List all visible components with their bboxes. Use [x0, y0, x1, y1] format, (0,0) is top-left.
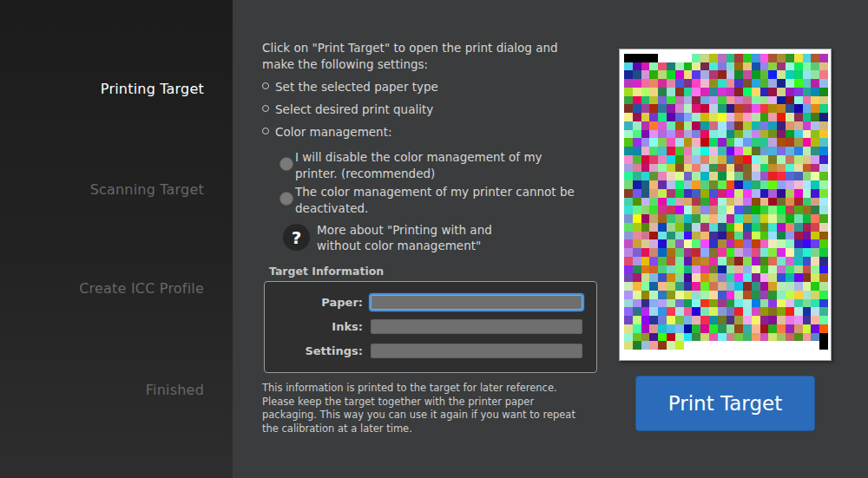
intro-text: Click on "Print Target" to open the prin… [262, 40, 601, 73]
bullet-item-color-mgmt: Color management: [262, 125, 392, 139]
radio-button-disable-color-management[interactable] [279, 157, 293, 171]
settings-label: Settings: [264, 344, 363, 357]
bullet-icon [262, 105, 269, 112]
bullet-item-print-quality: Select desired print quality [262, 102, 433, 116]
radio-button-cannot-deactivate[interactable] [279, 192, 293, 206]
paper-input[interactable] [371, 295, 582, 310]
sidebar-step-printing-target[interactable]: Printing Target [101, 81, 204, 97]
sidebar-step-scanning-target[interactable]: Scanning Target [90, 181, 204, 198]
calibration-target-preview [619, 49, 832, 361]
bullet-label: Color management: [275, 125, 392, 139]
settings-input[interactable] [371, 344, 582, 358]
sidebar-step-create-icc-profile[interactable]: Create ICC Profile [79, 280, 204, 297]
wizard-steps-sidebar: Printing Target Scanning Target Create I… [0, 0, 233, 478]
color-patch-grid [624, 54, 828, 350]
question-mark-icon[interactable]: ? [283, 224, 310, 251]
printer-calibration-wizard: Printing Target Scanning Target Create I… [0, 0, 868, 478]
bullet-label: Set the selected paper type [275, 80, 438, 94]
print-target-button[interactable]: Print Target [635, 376, 815, 431]
inks-label: Inks: [264, 320, 363, 333]
target-information-title: Target Information [269, 265, 384, 278]
sidebar-step-finished[interactable]: Finished [146, 382, 204, 398]
inks-input[interactable] [371, 319, 582, 334]
radio-label[interactable]: I will disable the color management of m… [295, 149, 586, 181]
bullet-item-paper-type: Set the selected paper type [262, 80, 438, 94]
help-link-more-about[interactable]: More about "Printing with and without co… [317, 222, 534, 253]
bullet-label: Select desired print quality [275, 102, 433, 116]
radio-label[interactable]: The color management of my printer canno… [295, 184, 586, 216]
paper-label: Paper: [264, 296, 363, 309]
reference-note-text: This information is printed to the targe… [262, 382, 608, 435]
bullet-icon [262, 82, 269, 89]
bullet-icon [262, 128, 269, 134]
